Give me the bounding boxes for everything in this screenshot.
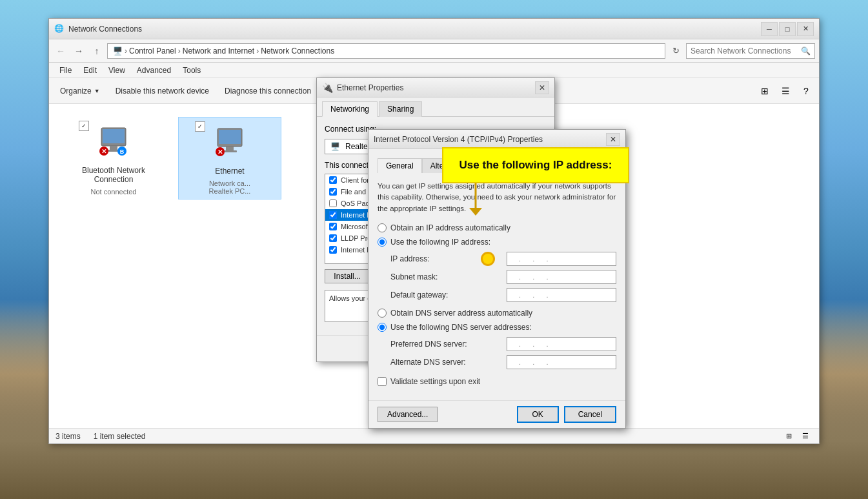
forward-button[interactable]: →	[71, 43, 86, 59]
diagnose-button[interactable]: Diagnose this connection	[217, 81, 318, 101]
bluetooth-network-status: Not connected	[91, 188, 137, 196]
auto-dns-radio[interactable]	[378, 309, 387, 318]
menu-bar: File Edit View Advanced Tools	[49, 63, 819, 78]
organize-dropdown-icon: ▼	[94, 88, 100, 94]
auto-ip-label[interactable]: Obtain an IP address automatically	[390, 223, 510, 232]
manual-ip-label[interactable]: Use the following IP address:	[390, 238, 490, 247]
bluetooth-check[interactable]: ✓	[79, 121, 89, 131]
ethernet-network-desc: Network ca...Realtek PC...	[209, 179, 251, 195]
auto-dns-label[interactable]: Obtain DNS server address automatically	[390, 309, 532, 318]
status-bar: 3 items 1 item selected ⊞ ☰	[49, 428, 819, 443]
path-icon: 🖥️	[113, 46, 123, 56]
path-network-internet: Network and Internet	[183, 46, 254, 56]
search-input[interactable]	[691, 46, 798, 56]
validate-checkbox[interactable]	[378, 377, 387, 386]
menu-tools[interactable]: Tools	[177, 65, 206, 76]
close-button[interactable]: ✕	[797, 22, 814, 36]
view-options-button[interactable]: ⊞	[756, 82, 774, 100]
ethernet-check[interactable]: ✓	[195, 121, 205, 132]
up-button[interactable]: ↑	[89, 43, 105, 59]
ipv4-description: You can get IP settings assigned automat…	[378, 181, 616, 214]
toolbar-right: ⊞ ☰ ?	[756, 82, 815, 100]
callout-arrow-icon	[466, 183, 485, 216]
ethernet-dialog-title: Ethernet Properties	[337, 83, 535, 92]
title-bar: 🌐 Network Connections ─ □ ✕	[49, 19, 819, 39]
ethernet-icon-wrap: ✓ ✕	[209, 121, 250, 163]
address-path[interactable]: 🖥️ › Control Panel › Network and Interne…	[107, 43, 665, 59]
default-gateway-input[interactable]: . . .	[507, 288, 616, 302]
search-icon: 🔍	[801, 46, 811, 56]
validate-label[interactable]: Validate settings upon exit	[390, 377, 480, 386]
ipv4-dialog-title: Internet Protocol Version 4 (TCP/IPv4) P…	[374, 135, 606, 144]
svg-rect-11	[223, 150, 237, 152]
network-item-bluetooth[interactable]: ✓ ✕ B	[62, 117, 165, 199]
search-box: 🔍	[686, 43, 815, 59]
help-button[interactable]: ?	[797, 82, 815, 100]
ethernet-tab-sharing[interactable]: Sharing	[379, 101, 422, 117]
svg-text:✕: ✕	[101, 148, 106, 155]
ipv4-tab-general[interactable]: General	[378, 158, 422, 173]
ipv4-cancel-button[interactable]: Cancel	[564, 406, 616, 423]
bluetooth-icon-wrap: ✓ ✕ B	[93, 121, 134, 162]
network-item-ethernet[interactable]: ✓ ✕ Ethernet Network ca...	[178, 117, 281, 199]
menu-file[interactable]: File	[54, 65, 77, 76]
menu-advanced[interactable]: Advanced	[132, 65, 176, 76]
ipv4-close-button[interactable]: ✕	[606, 133, 620, 146]
maximize-button[interactable]: □	[779, 22, 796, 36]
ethernet-dialog-title-bar: 🔌 Ethernet Properties ✕	[317, 78, 554, 97]
svg-rect-1	[103, 129, 125, 143]
dns-section: Obtain DNS server address automatically …	[378, 309, 616, 369]
ethernet-network-name: Ethernet	[215, 167, 244, 176]
subnet-mask-label: Subnet mask:	[390, 272, 507, 281]
ethernet-dialog-icon: 🔌	[322, 83, 333, 93]
default-gateway-label: Default gateway:	[390, 290, 507, 300]
status-selected-count: 1 item selected	[94, 432, 146, 441]
window-icon: 🌐	[54, 24, 65, 34]
alternate-dns-label: Alternate DNS server:	[390, 358, 507, 367]
window-title: Network Connections	[68, 25, 761, 34]
install-button[interactable]: Install...	[325, 269, 370, 283]
ipv4-title-bar: Internet Protocol Version 4 (TCP/IPv4) P…	[368, 130, 625, 149]
menu-view[interactable]: View	[103, 65, 130, 76]
svg-text:B: B	[120, 148, 125, 155]
subnet-mask-input[interactable]: . . .	[507, 270, 616, 284]
radio-auto-ip-row: Obtain an IP address automatically	[378, 223, 616, 232]
ipv4-body: General Alternate Configuration You can …	[368, 149, 625, 400]
manual-dns-radio[interactable]	[378, 323, 387, 332]
bluetooth-network-name: Bluetooth Network Connection	[66, 166, 161, 184]
svg-rect-2	[110, 146, 117, 150]
status-list-view[interactable]: ☰	[798, 431, 812, 442]
organize-button[interactable]: Organize ▼	[53, 81, 107, 101]
ethernet-dialog-close[interactable]: ✕	[535, 81, 549, 94]
callout-text: Use the following IP address:	[459, 159, 612, 172]
callout-highlight: Use the following IP address:	[442, 147, 629, 183]
status-items-count: 3 items	[56, 432, 81, 441]
minimize-button[interactable]: ─	[761, 22, 778, 36]
back-button[interactable]: ←	[53, 43, 68, 59]
validate-row: Validate settings upon exit	[378, 377, 616, 386]
refresh-button[interactable]: ↻	[668, 43, 683, 59]
ethernet-tab-networking[interactable]: Networking	[322, 101, 378, 117]
preferred-dns-input[interactable]: . . .	[507, 337, 616, 351]
address-bar: ← → ↑ 🖥️ › Control Panel › Network and I…	[49, 39, 819, 63]
manual-dns-label[interactable]: Use the following DNS server addresses:	[390, 323, 532, 332]
bluetooth-computer-icon: ✕ B	[96, 125, 131, 158]
view-toggle-button[interactable]: ☰	[776, 82, 794, 100]
advanced-button[interactable]: Advanced...	[378, 407, 438, 422]
ip-address-input[interactable]: . . .	[507, 252, 616, 266]
svg-rect-10	[226, 147, 234, 150]
svg-rect-9	[219, 130, 241, 144]
auto-ip-radio[interactable]	[378, 223, 387, 232]
status-grid-view[interactable]: ⊞	[782, 431, 796, 442]
preferred-dns-label: Preferred DNS server:	[390, 340, 507, 349]
disable-network-button[interactable]: Disable this network device	[108, 81, 216, 101]
ipv4-footer: Advanced... OK Cancel	[368, 400, 625, 428]
ipv4-footer-right: OK Cancel	[517, 406, 616, 423]
organize-label: Organize	[60, 87, 92, 96]
adapter-icon: 🖥️	[330, 142, 340, 151]
menu-edit[interactable]: Edit	[78, 65, 102, 76]
ipv4-ok-button[interactable]: OK	[517, 406, 559, 423]
radio-highlight-dot	[481, 252, 495, 266]
manual-ip-radio[interactable]	[378, 238, 387, 247]
alternate-dns-input[interactable]: . . .	[507, 355, 616, 369]
